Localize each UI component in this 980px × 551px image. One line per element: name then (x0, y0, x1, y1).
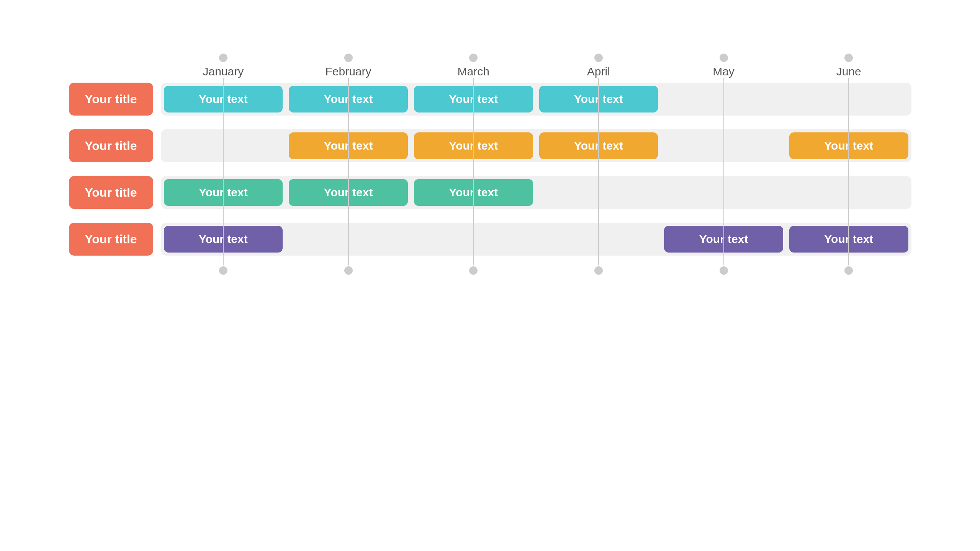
row-track-0: Your textYour textYour textYour text (161, 83, 911, 116)
bottom-dot-col-1 (286, 266, 411, 275)
roadmap-row-0: Your titleYour textYour textYour textYou… (69, 78, 911, 120)
row-label-1[interactable]: Your title (69, 129, 153, 162)
task-block-0-2[interactable]: Your text (414, 86, 533, 112)
bottom-dot-col-2 (411, 266, 536, 275)
roadmap-row-3: Your titleYour textYour textYour text (69, 218, 911, 260)
track-cell-2-5 (786, 176, 911, 209)
roadmap-row-1: Your titleYour textYour textYour textYou… (69, 125, 911, 167)
month-col-2: March (411, 54, 536, 78)
months-row: January February March April May June (161, 54, 911, 78)
track-cell-1-0 (161, 129, 286, 162)
track-cell-0-4 (661, 83, 786, 116)
month-dot-2 (469, 54, 478, 62)
task-block-3-4[interactable]: Your text (664, 226, 783, 253)
month-label-4: May (713, 65, 735, 78)
track-cell-0-1: Your text (286, 83, 411, 116)
track-cell-0-3: Your text (536, 83, 661, 116)
track-cell-2-3 (536, 176, 661, 209)
track-cell-1-1: Your text (286, 129, 411, 162)
month-label-2: March (458, 65, 489, 78)
track-cell-1-4 (661, 129, 786, 162)
task-block-2-2[interactable]: Your text (414, 179, 533, 206)
row-label-0[interactable]: Your title (69, 83, 153, 116)
track-cell-0-5 (786, 83, 911, 116)
track-cell-2-0: Your text (161, 176, 286, 209)
bottom-dot-col-5 (786, 266, 911, 275)
bottom-dot-0 (219, 266, 227, 275)
bottom-dot-1 (344, 266, 353, 275)
month-dot-4 (720, 54, 728, 62)
row-label-3[interactable]: Your title (69, 223, 153, 256)
task-block-1-3[interactable]: Your text (539, 132, 658, 159)
track-cell-1-2: Your text (411, 129, 536, 162)
month-col-0: January (161, 54, 286, 78)
bottom-dot-4 (720, 266, 728, 275)
month-label-5: June (836, 65, 861, 78)
bottom-dot-col-3 (536, 266, 661, 275)
row-track-1: Your textYour textYour textYour text (161, 129, 911, 162)
bottom-dot-5 (844, 266, 853, 275)
track-inner-0: Your textYour textYour textYour text (161, 83, 911, 116)
track-cell-3-1 (286, 223, 411, 256)
bottom-dot-2 (469, 266, 478, 275)
bottom-dot-col-0 (161, 266, 286, 275)
row-track-3: Your textYour textYour text (161, 223, 911, 256)
month-dot-3 (594, 54, 603, 62)
task-block-0-0[interactable]: Your text (164, 86, 283, 112)
month-dot-0 (219, 54, 227, 62)
bottom-dot-col-4 (661, 266, 786, 275)
track-cell-1-3: Your text (536, 129, 661, 162)
track-cell-0-0: Your text (161, 83, 286, 116)
row-track-2: Your textYour textYour text (161, 176, 911, 209)
task-block-2-1[interactable]: Your text (289, 179, 408, 206)
roadmap-body: Your titleYour textYour textYour textYou… (69, 78, 911, 265)
roadmap-container: January February March April May June Yo… (69, 54, 911, 275)
track-cell-3-0: Your text (161, 223, 286, 256)
track-inner-2: Your textYour textYour text (161, 176, 911, 209)
task-block-3-5[interactable]: Your text (789, 226, 908, 253)
month-label-1: February (325, 65, 371, 78)
task-block-0-3[interactable]: Your text (539, 86, 658, 112)
task-block-0-1[interactable]: Your text (289, 86, 408, 112)
track-cell-0-2: Your text (411, 83, 536, 116)
rows-area: Your titleYour textYour textYour textYou… (69, 78, 911, 265)
task-block-1-2[interactable]: Your text (414, 132, 533, 159)
month-dot-1 (344, 54, 353, 62)
row-label-2[interactable]: Your title (69, 176, 153, 209)
month-label-3: April (587, 65, 610, 78)
month-label-0: January (203, 65, 244, 78)
bottom-dot-3 (594, 266, 603, 275)
month-col-1: February (286, 54, 411, 78)
track-cell-2-1: Your text (286, 176, 411, 209)
track-cell-2-4 (661, 176, 786, 209)
month-col-3: April (536, 54, 661, 78)
track-inner-1: Your textYour textYour textYour text (161, 129, 911, 162)
track-cell-2-2: Your text (411, 176, 536, 209)
track-inner-3: Your textYour textYour text (161, 223, 911, 256)
task-block-1-5[interactable]: Your text (789, 132, 908, 159)
track-cell-3-3 (536, 223, 661, 256)
task-block-2-0[interactable]: Your text (164, 179, 283, 206)
month-dot-5 (844, 54, 853, 62)
month-col-5: June (786, 54, 911, 78)
month-col-4: May (661, 54, 786, 78)
track-cell-3-4: Your text (661, 223, 786, 256)
track-cell-3-5: Your text (786, 223, 911, 256)
bottom-dots-row (161, 266, 911, 275)
task-block-3-0[interactable]: Your text (164, 226, 283, 253)
roadmap-row-2: Your titleYour textYour textYour text (69, 171, 911, 214)
task-block-1-1[interactable]: Your text (289, 132, 408, 159)
track-cell-3-2 (411, 223, 536, 256)
track-cell-1-5: Your text (786, 129, 911, 162)
